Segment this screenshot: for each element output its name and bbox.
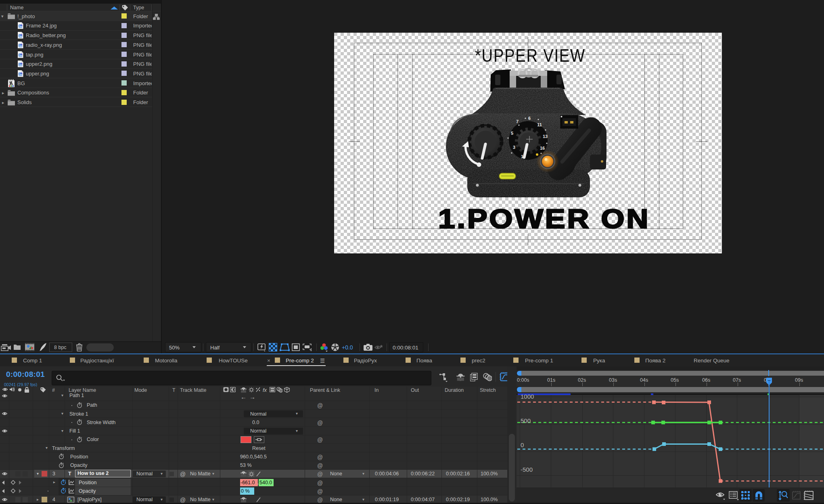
svg-text:3: 3 xyxy=(513,145,515,150)
svg-text:5: 5 xyxy=(511,131,513,136)
svg-text:13: 13 xyxy=(543,134,548,139)
svg-text:6: 6 xyxy=(528,116,531,121)
svg-text:11: 11 xyxy=(537,122,542,127)
svg-text:16: 16 xyxy=(540,146,545,151)
svg-text:7: 7 xyxy=(516,119,519,124)
